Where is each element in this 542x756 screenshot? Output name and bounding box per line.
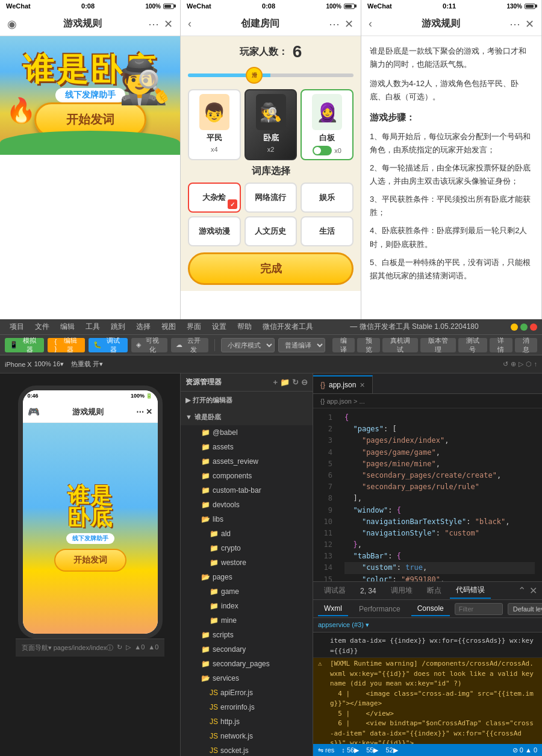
console-tab-code-errors[interactable]: 代码错误 [450,583,491,599]
nav-compass-icon-1[interactable]: ◉ [7,17,17,31]
tree-item-http[interactable]: JS http.js [181,714,313,729]
filter-tab-console[interactable]: Console [411,602,450,616]
tree-item-mine[interactable]: 📁 mine [181,613,313,628]
complete-btn[interactable]: 完成 [188,252,354,285]
nav-more-icon-1[interactable]: ⋯ [148,17,159,31]
nav-more-icon-3[interactable]: ⋯ [509,17,520,31]
preview-nav-icon[interactable]: 🎮 [23,406,40,417]
tree-section-open[interactable]: ▶ 打开的编辑器 [181,392,313,408]
word-card-5[interactable]: 生活 [301,216,354,246]
menu-jump[interactable]: 跳到 [106,320,130,333]
toolbar-cloud-btn[interactable]: ☁ 云开发 [171,338,208,352]
tree-item-index[interactable]: 📁 index [181,599,313,613]
tree-item-assets-review[interactable]: 📁 assets_review [181,454,313,469]
nav-close-icon-1[interactable]: ✕ [164,17,173,31]
menu-view[interactable]: 视图 [157,320,181,333]
tree-icon-collapse[interactable]: ⊖ [301,378,308,387]
console-expand-icon[interactable]: ⌃ [518,585,526,596]
menu-project[interactable]: 项目 [5,320,29,333]
word-card-0[interactable]: 大杂烩 ✓ [188,183,241,213]
code-content[interactable]: { "pages": [ "pages/index/index", "pages… [337,408,542,581]
tree-item-errorinfo[interactable]: JS errorinfo.js [181,700,313,714]
word-card-3[interactable]: 游戏动漫 [188,216,241,246]
tree-item-devtools[interactable]: 📁 devtools [181,498,313,512]
slider-thumb[interactable]: 滑 [246,67,263,84]
version-btn[interactable]: 版本管理 [420,338,456,352]
word-card-2[interactable]: 娱乐 [301,183,354,213]
tree-item-assets[interactable]: 📁 assets [181,440,313,454]
maximize-btn[interactable] [520,323,528,331]
word-card-1[interactable]: 网络流行 [245,183,297,213]
tree-item-pages[interactable]: 📂 pages [181,570,313,584]
toolbar2-icon-3[interactable]: ▷ [519,360,523,368]
tab-close-icon[interactable]: × [360,380,364,390]
tree-item-secondary-pages[interactable]: 📁 secondary_pages [181,657,313,671]
filter-tab-performance[interactable]: Performance [353,602,406,616]
white-toggle[interactable]: x0 [313,146,341,155]
word-card-4[interactable]: 人文历史 [245,216,297,246]
menu-settings[interactable]: 设置 [207,320,231,333]
tree-item-services[interactable]: 📂 services [181,671,313,686]
filter-input[interactable] [455,603,503,615]
nav-more-icon-2[interactable]: ⋯ [329,17,340,31]
tree-item-ald[interactable]: 📁 ald [181,526,313,541]
filter-tab-wxml[interactable]: Wxml [318,602,348,616]
compile-btn[interactable]: 编译 [332,338,355,352]
real-debug-btn[interactable]: 真机调试 [382,338,418,352]
zoom-label[interactable]: 100% 16▾ [34,360,64,368]
details-btn[interactable]: 详情 [490,338,512,352]
toolbar2-icon-2[interactable]: ⊕ [511,360,516,368]
compile-select[interactable]: 普通编译 [278,338,325,352]
test-btn[interactable]: 测试号 [458,338,487,352]
nav-close-icon-2[interactable]: ✕ [344,17,354,31]
menu-help[interactable]: 帮助 [232,320,257,333]
service-selector[interactable]: appservice (#3) ▾ [318,621,369,629]
menu-edit[interactable]: 编辑 [55,320,79,333]
toggle-switch[interactable] [313,146,332,155]
tree-icon-add[interactable]: + [273,378,278,387]
tree-item-socket[interactable]: JS socket.js [181,743,313,756]
toolbar2-icon-5[interactable]: ↑ [534,360,538,368]
hot-reload-label[interactable]: 热重载 开▾ [71,360,103,369]
player-slider[interactable]: 滑 [188,66,354,84]
menu-devtools[interactable]: 微信开发者工具 [258,320,318,333]
console-tab-2-34[interactable]: 2, 34 [354,584,382,598]
tree-item-babel[interactable]: 📁 @babel [181,425,313,440]
tree-item-secondary[interactable]: 📁 secondary [181,642,313,657]
toolbar-editor-btn[interactable]: { } 编辑器 [48,338,85,352]
tree-item-custom-tab-bar[interactable]: 📁 custom-tab-bar [181,483,313,498]
menu-file[interactable]: 文件 [30,320,54,333]
tree-item-libs[interactable]: 📂 libs [181,512,313,526]
tree-icon-refresh[interactable]: ↻ [292,378,299,387]
filter-level-select[interactable]: Default levels [508,603,542,615]
toolbar2-icon-4[interactable]: ⬡ [526,360,532,368]
toolbar-visual-btn[interactable]: ◈ 可视化 [131,338,167,352]
bottom-icon-3[interactable]: ▷ [126,643,131,652]
preview-btn[interactable]: 预览 [357,338,379,352]
minimize-btn[interactable] [511,323,518,331]
tree-item-crypto[interactable]: 📁 crypto [181,541,313,555]
mode-select[interactable]: 小程序模式 [221,338,275,352]
console-tab-breakpoints[interactable]: 断点 [421,583,447,598]
bottom-icon-4[interactable]: ▲0 [134,643,145,652]
toolbar-debugger-btn[interactable]: 🐛 调试器 [89,338,128,352]
tree-item-westore[interactable]: 📁 westore [181,555,313,570]
tree-item-network[interactable]: JS network.js [181,729,313,743]
messages-btn[interactable]: 消息 [515,338,537,352]
toolbar2-icon-1[interactable]: ↺ [503,360,508,368]
tree-section-project[interactable]: ▼ 谁是卧底 [181,408,313,425]
toolbar-simulator-btn[interactable]: 📱 模拟器 [5,338,44,352]
bottom-icon-5[interactable]: ▲0 [148,643,158,652]
console-close-icon[interactable]: ✕ [529,585,537,596]
tab-app-json[interactable]: {} app.json × [313,375,373,393]
tree-item-scripts[interactable]: 📁 scripts [181,628,313,642]
tree-item-game[interactable]: 📁 game [181,584,313,599]
menu-tools[interactable]: 工具 [81,320,105,333]
preview-start-btn[interactable]: 开始发词 [54,549,126,572]
tree-item-api-error[interactable]: JS apiError.js [181,686,313,700]
tree-item-components[interactable]: 📁 components [181,469,313,483]
bottom-icon-2[interactable]: ↻ [117,643,122,652]
console-tab-debugger[interactable]: 调试器 [318,583,352,598]
bottom-icon-1[interactable]: ⓘ [107,643,113,652]
nav-close-icon-3[interactable]: ✕ [525,17,534,31]
